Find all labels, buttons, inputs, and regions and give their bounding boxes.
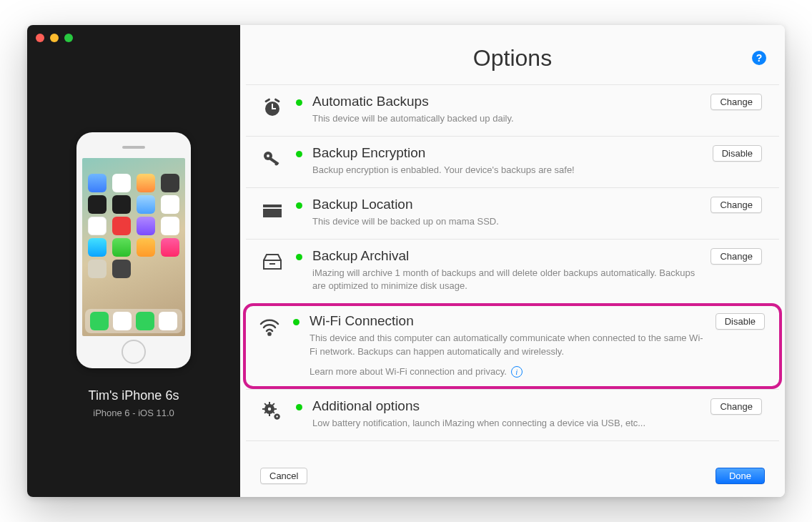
option-wifi-connection: Wi-Fi Connection This device and this co… — [243, 303, 782, 389]
window-controls — [36, 34, 73, 42]
device-preview: Tim's iPhone 6s iPhone 6 - iOS 11.0 — [27, 25, 240, 497]
svg-rect-10 — [263, 209, 282, 217]
status-dot — [296, 404, 302, 410]
svg-rect-19 — [274, 408, 277, 410]
options-window: Tim's iPhone 6s iPhone 6 - iOS 11.0 Opti… — [27, 25, 785, 497]
maximize-window-button[interactable] — [64, 34, 73, 42]
option-desc: This device and this computer can automa… — [310, 332, 705, 359]
main-panel: Options ? Automatic Backups This device … — [240, 25, 785, 497]
option-title: Automatic Backups — [312, 94, 700, 109]
done-button[interactable]: Done — [716, 468, 765, 484]
option-desc: Backup encryption is enbabled. Your devi… — [312, 164, 703, 177]
option-desc: iMazing will archive 1 month of backups … — [312, 267, 700, 294]
cancel-button[interactable]: Cancel — [260, 468, 307, 484]
option-automatic-backups: Automatic Backups This device will be au… — [246, 84, 779, 136]
svg-rect-2 — [272, 108, 276, 109]
device-name: Tim's iPhone 6s — [89, 388, 179, 403]
gears-icon — [259, 398, 286, 425]
close-window-button[interactable] — [36, 34, 44, 42]
status-dot — [293, 319, 299, 325]
option-desc: This device will be backed up on mama SS… — [312, 215, 700, 229]
option-backup-archival: Backup Archival iMazing will archive 1 m… — [246, 239, 779, 304]
change-button[interactable]: Change — [710, 248, 762, 265]
change-button[interactable]: Change — [710, 197, 762, 213]
phone-mockup — [76, 132, 191, 368]
status-dot — [296, 99, 302, 106]
option-additional: Additional options Low battery notificat… — [246, 389, 779, 441]
disable-button[interactable]: Disable — [713, 145, 762, 162]
device-meta: iPhone 6 - iOS 11.0 — [93, 408, 174, 418]
header: Options ? — [240, 25, 785, 84]
home-button-icon — [122, 340, 146, 364]
key-icon — [259, 145, 286, 172]
option-title: Backup Encryption — [312, 145, 703, 161]
option-backup-encryption: Backup Encryption Backup encryption is e… — [246, 136, 779, 187]
wifi-learn-more[interactable]: Learn more about Wi-Fi connection and pr… — [310, 366, 705, 378]
footer: Cancel Done — [240, 458, 785, 497]
help-icon[interactable]: ? — [752, 51, 766, 65]
option-desc: Low battery notification, launch iMazing… — [312, 417, 700, 430]
svg-point-15 — [268, 408, 271, 410]
svg-rect-16 — [269, 402, 270, 405]
status-dot — [296, 254, 302, 260]
svg-rect-9 — [263, 205, 282, 207]
svg-point-13 — [268, 333, 270, 335]
option-title: Backup Location — [312, 197, 700, 212]
svg-point-6 — [267, 154, 269, 157]
sidebar: Tim's iPhone 6s iPhone 6 - iOS 11.0 — [27, 25, 240, 497]
minimize-window-button[interactable] — [50, 34, 59, 42]
svg-rect-17 — [269, 413, 270, 416]
info-icon[interactable]: i — [511, 366, 523, 378]
svg-rect-3 — [264, 98, 270, 103]
disable-button[interactable]: Disable — [716, 313, 765, 330]
svg-rect-18 — [262, 408, 265, 410]
option-title: Backup Archival — [312, 248, 700, 264]
options-list: Automatic Backups This device will be au… — [240, 84, 785, 458]
option-backup-location: Backup Location This device will be back… — [246, 187, 779, 239]
change-button[interactable]: Change — [710, 398, 762, 415]
page-title: Options — [257, 45, 768, 72]
folder-icon — [259, 197, 286, 224]
status-dot — [296, 202, 302, 209]
option-title: Wi-Fi Connection — [310, 313, 705, 329]
option-desc: This device will be automatically backed… — [312, 112, 700, 126]
alarm-clock-icon — [259, 94, 286, 121]
archive-box-icon — [259, 248, 286, 275]
learn-more-text: Learn more about Wi-Fi connection and pr… — [310, 366, 507, 377]
option-title: Additional options — [312, 398, 700, 414]
change-button[interactable]: Change — [710, 94, 762, 110]
svg-rect-4 — [274, 98, 280, 103]
status-dot — [296, 151, 302, 157]
svg-point-25 — [276, 415, 278, 418]
svg-rect-7 — [269, 157, 279, 165]
wifi-icon — [256, 313, 283, 340]
